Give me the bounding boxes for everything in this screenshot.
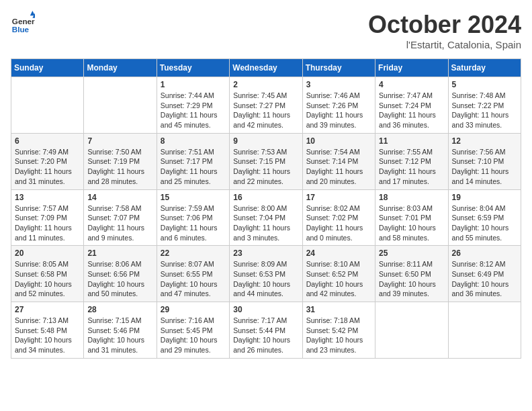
day-number: 26	[452, 248, 517, 258]
day-number: 7	[87, 136, 152, 146]
calendar-cell: 23Sunrise: 8:09 AM Sunset: 6:53 PM Dayli…	[230, 246, 302, 302]
day-info: Sunrise: 7:13 AM Sunset: 5:48 PM Dayligh…	[15, 316, 80, 355]
day-info: Sunrise: 7:15 AM Sunset: 5:46 PM Dayligh…	[87, 316, 152, 355]
calendar-cell: 10Sunrise: 7:54 AM Sunset: 7:14 PM Dayli…	[302, 133, 375, 189]
day-info: Sunrise: 7:59 AM Sunset: 7:06 PM Dayligh…	[161, 203, 226, 243]
calendar-cell: 14Sunrise: 7:58 AM Sunset: 7:07 PM Dayli…	[84, 189, 157, 246]
calendar-cell	[448, 302, 521, 359]
day-info: Sunrise: 7:51 AM Sunset: 7:17 PM Dayligh…	[161, 147, 226, 187]
calendar-cell: 19Sunrise: 8:04 AM Sunset: 6:59 PM Dayli…	[448, 189, 521, 246]
day-info: Sunrise: 7:47 AM Sunset: 7:24 PM Dayligh…	[379, 91, 444, 130]
day-info: Sunrise: 7:16 AM Sunset: 5:45 PM Dayligh…	[161, 316, 226, 355]
day-info: Sunrise: 7:50 AM Sunset: 7:19 PM Dayligh…	[87, 147, 152, 187]
calendar-cell: 6Sunrise: 7:49 AM Sunset: 7:20 PM Daylig…	[11, 133, 84, 189]
day-info: Sunrise: 7:49 AM Sunset: 7:20 PM Dayligh…	[15, 147, 80, 187]
calendar-day-header: Tuesday	[157, 59, 229, 77]
calendar-cell: 2Sunrise: 7:45 AM Sunset: 7:27 PM Daylig…	[230, 77, 302, 134]
day-info: Sunrise: 7:58 AM Sunset: 7:07 PM Dayligh…	[87, 203, 152, 243]
day-info: Sunrise: 8:06 AM Sunset: 6:56 PM Dayligh…	[87, 259, 152, 299]
day-number: 6	[15, 136, 80, 146]
calendar-week-row: 13Sunrise: 7:57 AM Sunset: 7:09 PM Dayli…	[11, 189, 521, 246]
day-info: Sunrise: 7:56 AM Sunset: 7:10 PM Dayligh…	[452, 147, 517, 187]
calendar-cell: 31Sunrise: 7:18 AM Sunset: 5:42 PM Dayli…	[302, 302, 375, 359]
day-info: Sunrise: 7:55 AM Sunset: 7:12 PM Dayligh…	[379, 147, 444, 187]
day-number: 30	[233, 305, 298, 314]
calendar-cell: 1Sunrise: 7:44 AM Sunset: 7:29 PM Daylig…	[157, 77, 229, 134]
calendar-body: 1Sunrise: 7:44 AM Sunset: 7:29 PM Daylig…	[11, 77, 521, 359]
day-info: Sunrise: 8:02 AM Sunset: 7:02 PM Dayligh…	[306, 203, 371, 243]
month-title: October 2024	[368, 11, 521, 39]
day-number: 1	[161, 80, 226, 89]
day-number: 12	[452, 136, 517, 146]
calendar-cell	[375, 302, 448, 359]
day-info: Sunrise: 7:53 AM Sunset: 7:15 PM Dayligh…	[233, 147, 298, 187]
calendar-week-row: 27Sunrise: 7:13 AM Sunset: 5:48 PM Dayli…	[11, 302, 521, 359]
day-number: 19	[452, 193, 517, 202]
calendar-cell: 28Sunrise: 7:15 AM Sunset: 5:46 PM Dayli…	[84, 302, 157, 359]
day-number: 27	[15, 305, 80, 314]
day-number: 25	[379, 248, 444, 258]
calendar-cell: 5Sunrise: 7:48 AM Sunset: 7:22 PM Daylig…	[448, 77, 521, 134]
day-number: 13	[15, 193, 80, 202]
day-number: 29	[161, 305, 226, 314]
day-number: 18	[379, 193, 444, 202]
calendar-cell: 8Sunrise: 7:51 AM Sunset: 7:17 PM Daylig…	[157, 133, 229, 189]
day-number: 20	[15, 248, 80, 258]
day-number: 24	[306, 248, 371, 258]
calendar-day-header: Sunday	[11, 59, 84, 77]
calendar-cell: 26Sunrise: 8:12 AM Sunset: 6:49 PM Dayli…	[448, 246, 521, 302]
day-number: 10	[306, 136, 371, 146]
calendar-cell	[11, 77, 84, 134]
day-info: Sunrise: 8:00 AM Sunset: 7:04 PM Dayligh…	[233, 203, 298, 243]
location: l'Estartit, Catalonia, Spain	[368, 39, 521, 50]
calendar-week-row: 1Sunrise: 7:44 AM Sunset: 7:29 PM Daylig…	[11, 77, 521, 134]
calendar-cell: 11Sunrise: 7:55 AM Sunset: 7:12 PM Dayli…	[375, 133, 448, 189]
day-number: 3	[306, 80, 371, 89]
logo: General Blue	[11, 11, 38, 35]
day-info: Sunrise: 7:46 AM Sunset: 7:26 PM Dayligh…	[306, 91, 371, 130]
calendar-day-header: Thursday	[302, 59, 375, 77]
day-info: Sunrise: 7:57 AM Sunset: 7:09 PM Dayligh…	[15, 203, 80, 243]
day-info: Sunrise: 7:48 AM Sunset: 7:22 PM Dayligh…	[452, 91, 517, 130]
day-info: Sunrise: 7:17 AM Sunset: 5:44 PM Dayligh…	[233, 316, 298, 355]
calendar-day-header: Friday	[375, 59, 448, 77]
calendar-cell: 29Sunrise: 7:16 AM Sunset: 5:45 PM Dayli…	[157, 302, 229, 359]
calendar-cell: 9Sunrise: 7:53 AM Sunset: 7:15 PM Daylig…	[230, 133, 302, 189]
day-number: 4	[379, 80, 444, 89]
calendar-cell: 27Sunrise: 7:13 AM Sunset: 5:48 PM Dayli…	[11, 302, 84, 359]
day-info: Sunrise: 7:54 AM Sunset: 7:14 PM Dayligh…	[306, 147, 371, 187]
day-number: 8	[161, 136, 226, 146]
day-number: 22	[161, 248, 226, 258]
calendar-cell: 22Sunrise: 8:07 AM Sunset: 6:55 PM Dayli…	[157, 246, 229, 302]
day-info: Sunrise: 8:07 AM Sunset: 6:55 PM Dayligh…	[161, 259, 226, 299]
calendar-cell	[84, 77, 157, 134]
day-number: 16	[233, 193, 298, 202]
day-info: Sunrise: 8:12 AM Sunset: 6:49 PM Dayligh…	[452, 259, 517, 299]
calendar-cell: 24Sunrise: 8:10 AM Sunset: 6:52 PM Dayli…	[302, 246, 375, 302]
calendar-cell: 20Sunrise: 8:05 AM Sunset: 6:58 PM Dayli…	[11, 246, 84, 302]
day-number: 31	[306, 305, 371, 314]
calendar-cell: 17Sunrise: 8:02 AM Sunset: 7:02 PM Dayli…	[302, 189, 375, 246]
day-number: 17	[306, 193, 371, 202]
calendar-cell: 15Sunrise: 7:59 AM Sunset: 7:06 PM Dayli…	[157, 189, 229, 246]
day-info: Sunrise: 7:18 AM Sunset: 5:42 PM Dayligh…	[306, 316, 371, 355]
day-info: Sunrise: 8:11 AM Sunset: 6:50 PM Dayligh…	[379, 259, 444, 299]
calendar-cell: 25Sunrise: 8:11 AM Sunset: 6:50 PM Dayli…	[375, 246, 448, 302]
calendar-cell: 7Sunrise: 7:50 AM Sunset: 7:19 PM Daylig…	[84, 133, 157, 189]
day-number: 14	[87, 193, 152, 202]
day-number: 21	[87, 248, 152, 258]
calendar-cell: 12Sunrise: 7:56 AM Sunset: 7:10 PM Dayli…	[448, 133, 521, 189]
day-info: Sunrise: 8:03 AM Sunset: 7:01 PM Dayligh…	[379, 203, 444, 243]
day-number: 11	[379, 136, 444, 146]
day-number: 5	[452, 80, 517, 89]
day-number: 2	[233, 80, 298, 89]
calendar-cell: 21Sunrise: 8:06 AM Sunset: 6:56 PM Dayli…	[84, 246, 157, 302]
day-number: 9	[233, 136, 298, 146]
logo-icon: General Blue	[11, 11, 35, 35]
calendar-cell: 18Sunrise: 8:03 AM Sunset: 7:01 PM Dayli…	[375, 189, 448, 246]
calendar-table: SundayMondayTuesdayWednesdayThursdayFrid…	[11, 58, 521, 359]
day-info: Sunrise: 7:45 AM Sunset: 7:27 PM Dayligh…	[233, 91, 298, 130]
page-header: General Blue October 2024 l'Estartit, Ca…	[11, 11, 521, 50]
day-info: Sunrise: 8:05 AM Sunset: 6:58 PM Dayligh…	[15, 259, 80, 299]
calendar-cell: 30Sunrise: 7:17 AM Sunset: 5:44 PM Dayli…	[230, 302, 302, 359]
